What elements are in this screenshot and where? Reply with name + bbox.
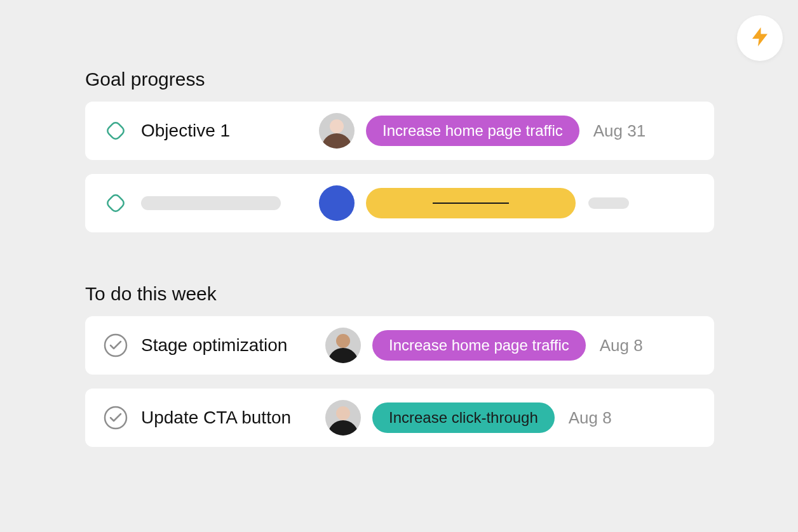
tag-pill[interactable]: Increase click-through xyxy=(372,402,555,433)
due-date: Aug 31 xyxy=(593,121,646,141)
lightning-icon xyxy=(748,25,771,51)
goal-row-placeholder[interactable] xyxy=(85,174,714,232)
due-date: Aug 8 xyxy=(600,336,643,356)
avatar-placeholder[interactable] xyxy=(319,185,355,221)
avatar[interactable] xyxy=(325,400,361,436)
goal-progress-heading: Goal progress xyxy=(85,69,714,90)
svg-point-2 xyxy=(105,335,126,356)
goal-row[interactable]: Objective 1 Increase home page traffic A… xyxy=(85,102,714,160)
task-title: Update CTA button xyxy=(141,408,291,428)
quick-action-button[interactable] xyxy=(737,15,783,61)
check-circle-icon[interactable] xyxy=(103,333,128,358)
goal-diamond-icon xyxy=(103,118,128,143)
task-title: Stage optimization xyxy=(141,335,287,356)
svg-rect-1 xyxy=(105,193,125,213)
placeholder-date xyxy=(588,197,629,209)
avatar[interactable] xyxy=(319,113,355,149)
tag-pill[interactable]: Increase home page traffic xyxy=(366,116,579,146)
tag-pill[interactable]: Increase home page traffic xyxy=(372,330,586,361)
avatar[interactable] xyxy=(325,328,361,363)
task-row[interactable]: Stage optimization Increase home page tr… xyxy=(85,316,714,375)
placeholder-title xyxy=(141,196,281,210)
check-circle-icon[interactable] xyxy=(103,405,128,430)
task-row[interactable]: Update CTA button Increase click-through… xyxy=(85,389,714,447)
svg-point-3 xyxy=(105,407,126,429)
svg-rect-0 xyxy=(105,121,125,140)
goal-title: Objective 1 xyxy=(141,121,230,141)
todo-heading: To do this week xyxy=(85,283,714,305)
goal-diamond-icon xyxy=(103,190,128,216)
due-date: Aug 8 xyxy=(569,408,612,428)
tag-pill-placeholder[interactable] xyxy=(366,188,576,218)
